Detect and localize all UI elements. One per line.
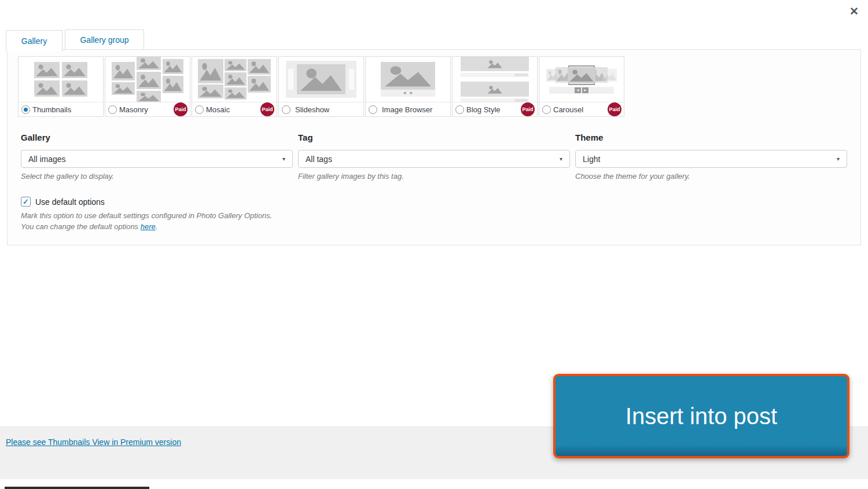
paid-badge: Paid — [260, 102, 274, 116]
view-label: Carousel — [553, 105, 583, 114]
bottom-edge-bar — [5, 487, 149, 489]
next-arrow-icon: ► — [409, 90, 414, 97]
carousel-preview-icon: ◄ ► — [539, 57, 624, 102]
next-arrow-icon: ► — [582, 87, 589, 93]
gallery-select[interactable]: All images ▾ — [21, 150, 293, 168]
slideshow-radio[interactable] — [282, 105, 290, 114]
tag-field-caption: Filter gallery images by this tag. — [298, 172, 570, 181]
note-line2-prefix: You can change the default options — [21, 222, 141, 231]
paid-badge: Paid — [608, 102, 621, 116]
view-label: Mosaic — [206, 105, 230, 114]
thumbnails-radio[interactable] — [21, 105, 30, 114]
dropdown-arrow-icon: ▾ — [282, 156, 285, 162]
image-browser-radio[interactable] — [369, 105, 377, 114]
premium-version-link[interactable]: Please see Thumbnails View in Premium ve… — [6, 437, 181, 447]
view-label: Blog Style — [466, 105, 501, 114]
gallery-select-value: All images — [28, 155, 66, 164]
tag-field-label: Tag — [298, 133, 570, 142]
tab-gallery-group[interactable]: Gallery group — [65, 30, 144, 50]
view-label: Thumbnails — [32, 105, 71, 114]
default-options-here-link[interactable]: here — [141, 222, 156, 231]
paid-badge: Paid — [174, 102, 187, 116]
dropdown-arrow-icon: ▾ — [837, 156, 840, 162]
carousel-radio[interactable] — [542, 105, 551, 114]
tag-select[interactable]: All tags ▾ — [298, 150, 570, 168]
tab-gallery[interactable]: Gallery — [6, 30, 62, 52]
use-default-options-checkbox[interactable]: ✓ — [21, 197, 31, 207]
use-default-options-label[interactable]: Use default options — [35, 197, 105, 207]
view-label: Image Browser — [382, 105, 432, 114]
tag-select-value: All tags — [306, 155, 332, 164]
gallery-field-caption: Select the gallery to display. — [21, 172, 293, 181]
view-card-carousel[interactable]: ◄ ► Carousel Paid — [539, 56, 624, 117]
view-card-thumbnails[interactable]: Thumbnails — [18, 56, 104, 117]
default-options-note-line1: Mark this option to use default settings… — [21, 210, 272, 221]
view-label: Slideshow — [295, 105, 329, 114]
slideshow-preview-icon — [279, 57, 363, 102]
blog-style-preview-icon — [453, 57, 537, 102]
view-label: Masonry — [119, 105, 148, 114]
theme-field-caption: Choose the theme for your gallery. — [575, 172, 847, 181]
close-icon[interactable]: ✕ — [847, 5, 861, 19]
view-card-slideshow[interactable]: Slideshow — [278, 56, 364, 117]
paid-badge: Paid — [521, 102, 535, 116]
insert-into-post-button[interactable]: Insert into post — [553, 374, 849, 458]
masonry-preview-icon — [105, 57, 190, 102]
mosaic-preview-icon — [192, 57, 277, 102]
theme-select[interactable]: Light ▾ — [575, 150, 847, 168]
view-card-blog-style[interactable]: Blog Style Paid — [452, 56, 538, 117]
view-type-list: Thumbnails M — [18, 56, 624, 117]
default-options-note-line2: You can change the default options here. — [21, 221, 272, 232]
dropdown-arrow-icon: ▾ — [560, 156, 562, 162]
theme-field-label: Theme — [575, 133, 847, 142]
masonry-radio[interactable] — [108, 105, 117, 114]
view-card-masonry[interactable]: Masonry Paid — [105, 56, 190, 117]
gallery-field-label: Gallery — [21, 133, 293, 142]
note-line2-suffix: . — [156, 222, 158, 231]
blog-style-radio[interactable] — [455, 105, 464, 114]
prev-arrow-icon: ◄ — [575, 87, 581, 93]
view-card-image-browser[interactable]: ◄ ► Image Browser — [365, 56, 451, 117]
theme-select-value: Light — [583, 155, 600, 164]
image-browser-preview-icon: ◄ ► — [366, 57, 450, 102]
mosaic-radio[interactable] — [195, 105, 204, 114]
prev-arrow-icon: ◄ — [402, 90, 407, 97]
view-card-mosaic[interactable]: Mosaic Paid — [192, 56, 277, 117]
thumbnails-preview-icon — [19, 57, 103, 102]
